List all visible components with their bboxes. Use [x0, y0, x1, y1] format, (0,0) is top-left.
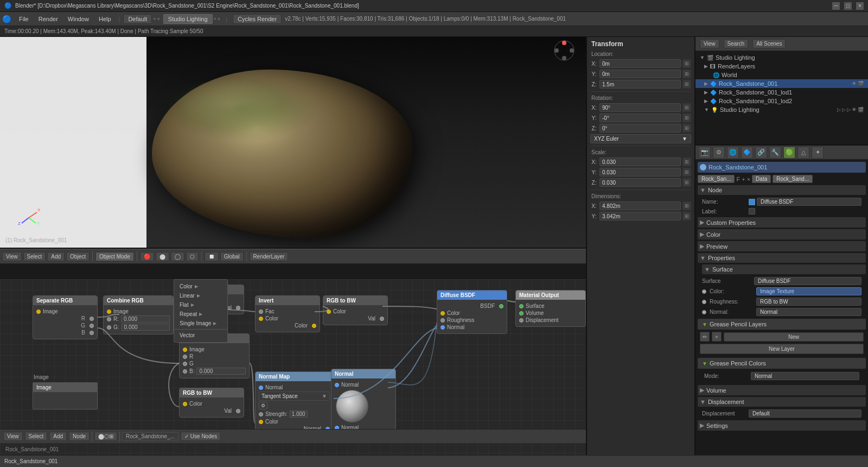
mat-rock-sand-1[interactable]: Rock_San... [698, 175, 735, 183]
outliner-scenes-btn[interactable]: All Scenes [752, 39, 786, 48]
mat-rock-sand-2[interactable]: Rock_Sand... [773, 175, 813, 183]
close-button[interactable]: × [856, 2, 864, 10]
node-section-header[interactable]: ▼ Node [698, 185, 866, 195]
outliner-rock-lod2[interactable]: ▶ 🔷 Rock_Sandstone_001_lod2 [695, 97, 868, 105]
prop-icon-render[interactable]: 📷 [699, 147, 711, 159]
dropdown-linear[interactable]: Linear ▶ [174, 291, 227, 300]
ne-icons[interactable]: ⬤⬡⊞ [94, 432, 117, 441]
gp-layers-header[interactable]: ▼ Grease Pencil Layers [698, 319, 866, 330]
maximize-button[interactable]: □ [844, 2, 852, 10]
loc-y-copy[interactable]: ⊞ [682, 70, 691, 78]
node-invert[interactable]: Invert Fac Color Color [255, 295, 320, 332]
loc-z-copy[interactable]: ⊞ [682, 80, 691, 89]
prop-icon-constraint[interactable]: 🔗 [755, 147, 767, 159]
vp-add-menu[interactable]: Add [47, 252, 65, 261]
render-layer-btn[interactable]: RenderLayer [250, 252, 289, 261]
surface-sub-header[interactable]: ▼ Surface [702, 264, 866, 274]
ne-mat-name[interactable]: Rock_Sandstone_... [122, 432, 178, 440]
dim-y-copy[interactable]: ⊞ [682, 212, 691, 220]
dropdown-single-image[interactable]: Single Image ▶ [174, 319, 227, 328]
vp-view-menu[interactable]: View [2, 252, 22, 261]
outliner-rock-lod1[interactable]: ▶ 🔷 Rock_Sandstone_001_lod1 [695, 88, 868, 97]
outliner-view-btn[interactable]: View [700, 39, 719, 48]
rot-y-copy[interactable]: ⊞ [682, 113, 691, 122]
workspace-studio-add[interactable]: + [214, 16, 216, 22]
scale-z-copy[interactable]: ⊞ [682, 178, 691, 187]
loc-y-input[interactable]: 0m [599, 70, 681, 78]
mode-selector[interactable]: Object Mode [95, 252, 134, 261]
rot-y-input[interactable]: -0° [599, 113, 681, 122]
preview-section-header[interactable]: ▶ Preview [698, 241, 866, 251]
gp-new-layer-btn[interactable]: New Layer [700, 344, 864, 354]
dim-x-copy[interactable]: ⊞ [682, 201, 691, 210]
displacement-section-header[interactable]: ▼ Displacement [698, 397, 866, 407]
prop-icon-object[interactable]: 🔷 [741, 147, 753, 159]
material-btn[interactable]: ⬤ [156, 252, 169, 261]
mat-data-tab[interactable]: Data [752, 175, 771, 183]
3d-viewport[interactable]: X Y Z (1) Rock_Sandstone_001 [0, 37, 586, 249]
render-btn[interactable]: 🔴 [140, 252, 154, 261]
minimize-button[interactable]: ─ [832, 2, 840, 10]
outliner-item-studio-scene[interactable]: ▼ 🎬 Studio Lighting [695, 53, 868, 62]
ne-node-btn[interactable]: Node [69, 432, 90, 441]
menu-render[interactable]: Render [34, 15, 62, 23]
render-engine-btn[interactable]: Cycles Render [233, 14, 282, 24]
node-combine-rgb-1[interactable]: Combine RGB Image R: 0.000 G: [103, 295, 174, 335]
scale-y-copy[interactable]: ⊞ [682, 168, 691, 176]
settings-section-header[interactable]: ▶ Settings [698, 420, 866, 431]
node-rgb-to-bw-2[interactable]: RGB to BW Color Val [179, 388, 244, 418]
workspace-add[interactable]: + [153, 16, 156, 22]
loc-x-input[interactable]: 0m [599, 59, 681, 68]
gp-add-btn[interactable]: + [712, 332, 722, 342]
properties-section-header[interactable]: ▼ Properties [698, 253, 866, 263]
dim-y-input[interactable]: 3.042m [599, 212, 681, 220]
outliner-search-btn[interactable]: Search [724, 39, 749, 48]
prop-icon-material[interactable]: 🟢 [783, 147, 795, 159]
loc-x-copy[interactable]: ⊞ [682, 59, 691, 68]
snap-btn[interactable]: 🔲 [205, 252, 219, 261]
node-normal-map[interactable]: Normal Map Normal Tangent Space ▼ ⚙ [255, 371, 334, 436]
outliner-renderlayers[interactable]: ▶ 🎞 RenderLayers [695, 62, 868, 71]
node-rgb-to-bw-mid[interactable]: RGB to BW Color Val [323, 295, 388, 325]
prop-icon-particles[interactable]: ✦ [812, 147, 824, 159]
solid-btn[interactable]: ◯ [171, 252, 184, 261]
gp-new-btn[interactable]: New [724, 332, 864, 342]
prop-icon-data[interactable]: △ [797, 147, 809, 159]
scale-x-input[interactable]: 0.030 [599, 157, 681, 166]
gp-colors-header[interactable]: ▼ Grease Pencil Colors [698, 358, 866, 369]
scale-z-input[interactable]: 0.030 [599, 178, 681, 187]
dim-x-input[interactable]: 4.802m [599, 201, 681, 210]
scale-y-input[interactable]: 0.030 [599, 168, 681, 176]
dropdown-vector[interactable]: Vector [174, 331, 227, 340]
prop-icon-world[interactable]: 🌐 [727, 147, 739, 159]
dropdown-repeat[interactable]: Repeat ▶ [174, 310, 227, 319]
workspace-studio[interactable]: Studio Lighting [163, 14, 213, 24]
ne-add-btn[interactable]: Add [49, 432, 67, 441]
outliner-rock-001[interactable]: ▶ 🔷 Rock_Sandstone_001 👁 🎬 [695, 79, 868, 88]
prop-icon-modifier[interactable]: 🔧 [769, 147, 781, 159]
ne-use-nodes[interactable]: ✓ Use Nodes [181, 432, 221, 441]
workspace-default[interactable]: Default [123, 14, 152, 24]
vp-object-menu[interactable]: Object [66, 252, 90, 261]
vp-select-menu[interactable]: Select [23, 252, 46, 261]
node-diffuse-bsdf[interactable]: Diffuse BSDF BSDF Color Roughness [437, 290, 507, 334]
menu-window[interactable]: Window [63, 15, 93, 23]
dropdown-color[interactable]: Color ▶ [174, 282, 227, 291]
outliner-studio-lamp[interactable]: ▼ 💡 Studio Lighting ▷ ▷ ▷ 👁 🎬 [695, 105, 868, 114]
color-section-header[interactable]: ▶ Color [698, 229, 866, 239]
workspace-close[interactable]: × [157, 16, 160, 22]
nm-icon-btn[interactable]: ⚙ [259, 402, 267, 409]
nm-tangent-dropdown[interactable]: Tangent Space ▼ [259, 392, 330, 401]
gp-pencil-btn[interactable]: ✏ [700, 332, 710, 342]
workspace-studio-close[interactable]: × [218, 16, 220, 22]
rot-x-copy[interactable]: ⊞ [682, 103, 691, 112]
node-dropdown[interactable]: Color ▶ Linear ▶ Flat ▶ Repeat ▶ Single … [174, 279, 228, 343]
dropdown-flat[interactable]: Flat ▶ [174, 300, 227, 310]
node-material-output[interactable]: Material Output Surface Volume Displacem… [515, 290, 586, 327]
mat-f-label[interactable]: F [736, 176, 740, 182]
custom-props-header[interactable]: ▶ Custom Properties [698, 217, 866, 228]
euler-dropdown[interactable]: XYZ Euler ▼ [590, 134, 691, 143]
rot-z-copy[interactable]: ⊞ [682, 124, 691, 132]
volume-section-header[interactable]: ▶ Volume [698, 385, 866, 395]
node-separate-rgb[interactable]: Separate RGB Image R G [33, 295, 98, 339]
